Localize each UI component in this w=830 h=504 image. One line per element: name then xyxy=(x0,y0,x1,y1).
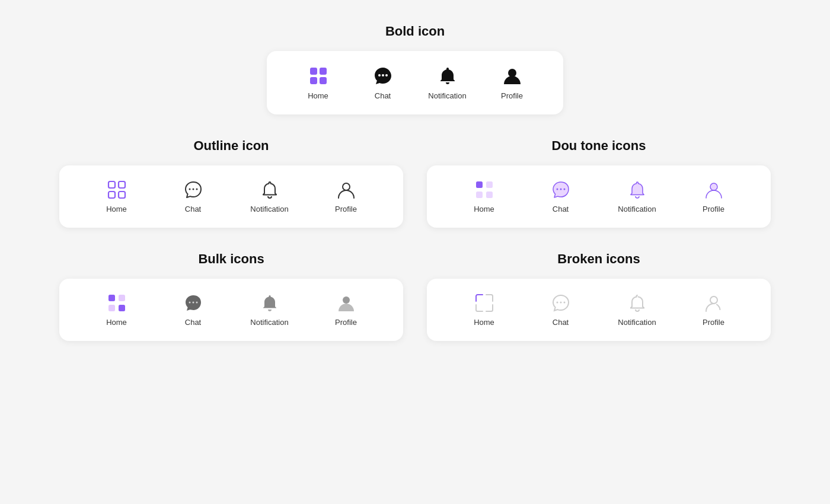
bulk-home-item[interactable]: Home xyxy=(93,293,141,327)
svg-point-13 xyxy=(192,189,194,190)
svg-point-29 xyxy=(192,302,194,304)
bulk-broken-row: Bulk icons Home Ch xyxy=(59,251,771,341)
broken-home-item[interactable]: Home xyxy=(461,293,508,327)
svg-point-12 xyxy=(189,189,190,190)
bold-profile-item[interactable]: Profile xyxy=(489,65,536,100)
bold-chat-label: Chat xyxy=(375,91,391,100)
svg-point-32 xyxy=(556,302,558,304)
svg-rect-9 xyxy=(119,181,125,188)
svg-rect-3 xyxy=(320,77,327,84)
bulk-profile-label: Profile xyxy=(335,318,357,327)
bold-chat-item[interactable]: Chat xyxy=(359,65,407,100)
svg-point-23 xyxy=(710,183,717,190)
outline-home-item[interactable]: Home xyxy=(93,180,141,213)
svg-rect-18 xyxy=(476,192,483,198)
broken-notification-label: Notification xyxy=(618,318,656,327)
broken-card: Home Chat Notifi xyxy=(427,279,771,341)
svg-rect-24 xyxy=(108,295,115,301)
svg-point-5 xyxy=(382,74,384,76)
svg-point-21 xyxy=(560,189,561,190)
outline-title: Outline icon xyxy=(193,138,269,154)
svg-point-31 xyxy=(343,296,350,304)
bold-notification-item[interactable]: Notification xyxy=(424,65,471,100)
bold-profile-label: Profile xyxy=(501,91,523,100)
svg-rect-11 xyxy=(119,192,125,198)
svg-point-15 xyxy=(343,183,350,190)
svg-point-4 xyxy=(378,74,381,76)
bulk-home-label: Home xyxy=(106,318,127,327)
svg-rect-26 xyxy=(108,305,115,311)
broken-section: Broken icons Home xyxy=(427,251,771,341)
outline-notification-item[interactable]: Notification xyxy=(246,180,293,213)
bulk-notification-label: Notification xyxy=(250,318,288,327)
duotone-chat-item[interactable]: Chat xyxy=(537,180,585,213)
bold-notification-label: Notification xyxy=(428,91,466,100)
svg-point-30 xyxy=(196,302,197,304)
svg-rect-16 xyxy=(476,181,483,188)
bold-icon-section: Bold icon Home Chat xyxy=(267,24,563,114)
duotone-card: Home Chat Notification xyxy=(427,165,771,228)
svg-rect-2 xyxy=(310,77,317,84)
outline-profile-label: Profile xyxy=(335,205,357,213)
duotone-section: Dou tone icons Home xyxy=(427,138,771,228)
svg-point-22 xyxy=(563,189,565,190)
outline-section: Outline icon Home xyxy=(59,138,403,228)
broken-notification-item[interactable]: Notification xyxy=(614,293,661,327)
duotone-home-label: Home xyxy=(474,205,494,213)
outline-card: Home Chat Notification xyxy=(59,165,403,228)
broken-profile-item[interactable]: Profile xyxy=(690,293,738,327)
svg-rect-8 xyxy=(108,181,115,188)
bulk-card: Home Chat Notification xyxy=(59,279,403,341)
duotone-title: Dou tone icons xyxy=(552,138,646,154)
svg-rect-10 xyxy=(108,192,115,198)
svg-point-34 xyxy=(563,302,565,304)
outline-home-label: Home xyxy=(106,205,127,213)
bulk-section: Bulk icons Home Ch xyxy=(59,251,403,341)
duotone-profile-label: Profile xyxy=(703,205,724,213)
broken-home-label: Home xyxy=(474,318,494,327)
svg-rect-19 xyxy=(486,192,493,198)
broken-profile-label: Profile xyxy=(703,318,724,327)
bulk-profile-item[interactable]: Profile xyxy=(323,293,370,327)
broken-chat-label: Chat xyxy=(553,318,569,327)
broken-chat-item[interactable]: Chat xyxy=(537,293,585,327)
svg-point-14 xyxy=(196,189,197,190)
outline-notification-label: Notification xyxy=(250,205,288,213)
svg-point-6 xyxy=(385,74,388,76)
svg-rect-27 xyxy=(119,305,125,311)
outline-duotone-row: Outline icon Home xyxy=(59,138,771,228)
outline-profile-item[interactable]: Profile xyxy=(323,180,370,213)
svg-rect-0 xyxy=(310,68,317,75)
svg-rect-25 xyxy=(119,295,125,301)
bulk-notification-item[interactable]: Notification xyxy=(246,293,293,327)
bold-home-label: Home xyxy=(308,91,328,100)
broken-title: Broken icons xyxy=(557,251,640,267)
svg-point-20 xyxy=(556,189,558,190)
bold-icon-title: Bold icon xyxy=(267,24,563,39)
svg-point-7 xyxy=(508,69,516,77)
duotone-notification-label: Notification xyxy=(618,205,656,213)
bulk-chat-item[interactable]: Chat xyxy=(170,293,217,327)
bulk-chat-label: Chat xyxy=(185,318,201,327)
bold-home-item[interactable]: Home xyxy=(295,65,342,100)
svg-rect-1 xyxy=(320,68,327,75)
svg-rect-17 xyxy=(486,181,493,188)
outline-chat-label: Chat xyxy=(185,205,201,213)
outline-chat-item[interactable]: Chat xyxy=(170,180,217,213)
duotone-home-item[interactable]: Home xyxy=(461,180,508,213)
duotone-notification-item[interactable]: Notification xyxy=(614,180,661,213)
duotone-chat-label: Chat xyxy=(553,205,569,213)
svg-point-28 xyxy=(189,302,190,304)
bulk-title: Bulk icons xyxy=(198,251,264,267)
duotone-profile-item[interactable]: Profile xyxy=(690,180,738,213)
svg-point-33 xyxy=(560,302,561,304)
bold-icon-card: Home Chat Notification xyxy=(267,51,563,114)
